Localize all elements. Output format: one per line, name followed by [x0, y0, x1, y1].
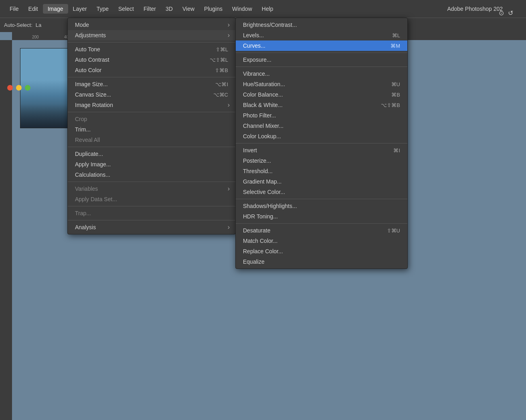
separator-4: [68, 147, 235, 147]
menu-item-exposure[interactable]: Exposure...: [236, 55, 407, 65]
mode-icon-2[interactable]: ↺: [508, 9, 513, 17]
image-menu: Mode Adjustments Auto Tone ⇧⌘L Auto Cont…: [67, 18, 236, 234]
menu-item-color-balance[interactable]: Color Balance... ⌘B: [236, 89, 407, 100]
minimize-button[interactable]: [16, 85, 22, 91]
maximize-button[interactable]: [25, 85, 30, 91]
menu-item-trap: Trap...: [68, 208, 235, 218]
menu-item-reveal-all: Reveal All: [68, 135, 235, 145]
menu-item-brightness-contrast[interactable]: Brightness/Contrast...: [236, 20, 407, 30]
menu-item-selective-color[interactable]: Selective Color...: [236, 187, 407, 197]
menu-help[interactable]: Help: [257, 4, 278, 14]
separator-3: [68, 112, 235, 112]
menu-item-match-color[interactable]: Match Color...: [236, 236, 407, 246]
menu-window[interactable]: Window: [227, 4, 257, 14]
shortcut-levels: ⌘L: [380, 32, 400, 38]
layer-label: La: [36, 22, 41, 28]
menu-item-gradient-map[interactable]: Gradient Map...: [236, 176, 407, 187]
adj-separator-3: [236, 143, 407, 143]
autoselect-label: Auto-Select:: [4, 22, 32, 28]
app-title: Adobe Photoshop 202: [447, 6, 503, 12]
shortcut-desaturate: ⇧⌘U: [375, 228, 400, 234]
menu-item-auto-color[interactable]: Auto Color ⇧⌘B: [68, 65, 235, 75]
menu-item-image-rotation[interactable]: Image Rotation: [68, 100, 235, 110]
menu-item-crop: Crop: [68, 114, 235, 124]
menu-item-invert[interactable]: Invert ⌘I: [236, 145, 407, 155]
menu-item-shadows-highlights[interactable]: Shadows/Highlights...: [236, 201, 407, 211]
menu-type[interactable]: Type: [92, 4, 113, 14]
adj-separator-5: [236, 223, 407, 224]
menu-item-canvas-size[interactable]: Canvas Size... ⌥⌘C: [68, 89, 235, 100]
menu-item-analysis[interactable]: Analysis: [68, 222, 235, 232]
menu-image[interactable]: Image: [43, 4, 68, 14]
menu-item-apply-data-set: Apply Data Set...: [68, 194, 235, 204]
menu-filter[interactable]: Filter: [139, 4, 161, 14]
menu-item-equalize[interactable]: Equalize: [236, 256, 407, 267]
shortcut-black-white: ⌥⇧⌘B: [369, 102, 400, 108]
menu-item-adjustments[interactable]: Adjustments: [68, 30, 235, 40]
menu-item-threshold[interactable]: Threshold...: [236, 166, 407, 176]
separator-2: [68, 77, 235, 77]
shortcut-auto-contrast: ⌥⇧⌘L: [198, 57, 228, 63]
menu-item-image-size[interactable]: Image Size... ⌥⌘I: [68, 79, 235, 89]
shortcut-invert: ⌘I: [381, 147, 400, 153]
shortcut-image-size: ⌥⌘I: [203, 81, 228, 87]
separator-1: [68, 42, 235, 42]
menu-item-replace-color[interactable]: Replace Color...: [236, 246, 407, 256]
shortcut-canvas-size: ⌥⌘C: [201, 92, 228, 98]
menu-plugins[interactable]: Plugins: [199, 4, 227, 14]
shortcut-hue-saturation: ⌘U: [379, 81, 400, 87]
menu-item-posterize[interactable]: Posterize...: [236, 155, 407, 166]
menu-view[interactable]: View: [178, 4, 199, 14]
menu-item-variables: Variables: [68, 184, 235, 194]
menu-item-duplicate[interactable]: Duplicate...: [68, 149, 235, 159]
menu-item-auto-tone[interactable]: Auto Tone ⇧⌘L: [68, 44, 235, 55]
menu-item-black-white[interactable]: Black & White... ⌥⇧⌘B: [236, 100, 407, 110]
menu-item-auto-contrast[interactable]: Auto Contrast ⌥⇧⌘L: [68, 55, 235, 65]
menu-item-photo-filter[interactable]: Photo Filter...: [236, 110, 407, 121]
menu-item-levels[interactable]: Levels... ⌘L: [236, 30, 407, 40]
menu-item-calculations[interactable]: Calculations...: [68, 170, 235, 180]
ruler-mark-200: 200: [32, 35, 39, 39]
shortcut-auto-color: ⇧⌘B: [203, 67, 228, 73]
adj-separator-1: [236, 52, 407, 53]
ruler-vertical: [0, 40, 12, 420]
separator-6: [68, 206, 235, 206]
separator-5: [68, 182, 235, 182]
menu-item-channel-mixer[interactable]: Channel Mixer...: [236, 121, 407, 131]
menu-item-hue-saturation[interactable]: Hue/Saturation... ⌘U: [236, 79, 407, 89]
menu-layer[interactable]: Layer: [68, 4, 92, 14]
adjustments-menu: Brightness/Contrast... Levels... ⌘L Curv…: [235, 18, 408, 269]
menu-file[interactable]: File: [5, 4, 24, 14]
menu-item-trim[interactable]: Trim...: [68, 124, 235, 135]
close-button[interactable]: [7, 85, 13, 91]
menu-edit[interactable]: Edit: [24, 4, 43, 14]
menu-3d[interactable]: 3D: [161, 4, 178, 14]
mode-icons: ⊙ ↺: [499, 9, 513, 17]
mode-icon-1[interactable]: ⊙: [499, 9, 504, 17]
menu-select[interactable]: Select: [113, 4, 139, 14]
menu-item-color-lookup[interactable]: Color Lookup...: [236, 131, 407, 141]
adj-separator-2: [236, 67, 407, 67]
separator-7: [68, 220, 235, 220]
window-controls: [7, 85, 30, 91]
menu-item-mode[interactable]: Mode: [68, 20, 235, 30]
menu-item-hdr-toning[interactable]: HDR Toning...: [236, 211, 407, 222]
menu-item-desaturate[interactable]: Desaturate ⇧⌘U: [236, 225, 407, 236]
shortcut-color-balance: ⌘B: [379, 92, 400, 98]
menu-item-apply-image[interactable]: Apply Image...: [68, 159, 235, 170]
shortcut-curves: ⌘M: [378, 43, 400, 49]
menu-item-vibrance[interactable]: Vibrance...: [236, 69, 407, 79]
menubar: File Edit Image Layer Type Select Filter…: [0, 0, 526, 18]
adj-separator-4: [236, 199, 407, 199]
shortcut-auto-tone: ⇧⌘L: [204, 46, 228, 52]
menu-item-curves[interactable]: Curves... ⌘M: [236, 40, 407, 51]
